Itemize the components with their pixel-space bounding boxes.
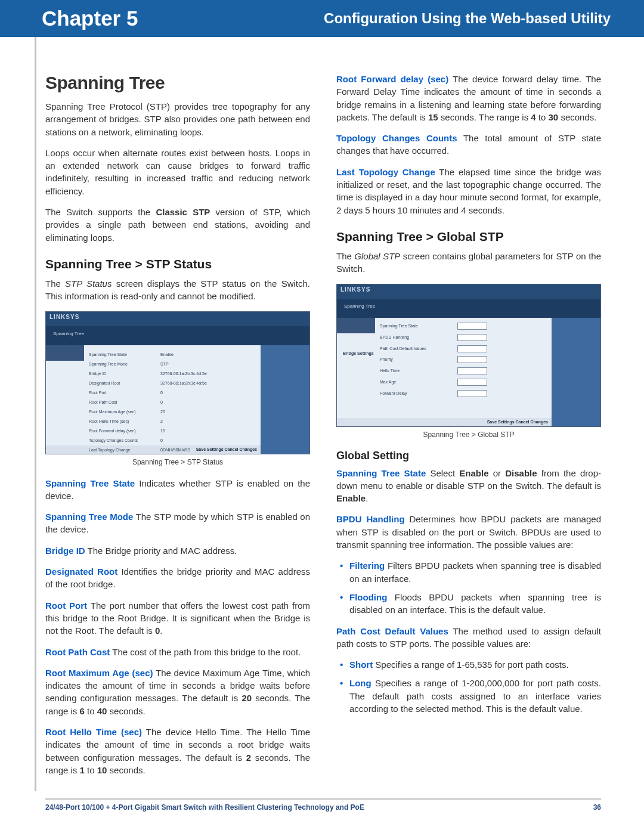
para: Loops occur when alternate routes exist … [45, 147, 310, 197]
content: Spanning Tree Spanning Tree Protocol (ST… [0, 37, 644, 785]
field: Path Cost Default Values [380, 345, 544, 352]
figure-global-stp: LINKSYS Spanning Tree Spanning Tree Stat… [336, 284, 601, 427]
term: BPDU Handling [336, 514, 405, 524]
term: Spanning Tree State [45, 478, 135, 488]
bridge-settings-label: Bridge Settings [343, 351, 374, 355]
figure-caption: Spanning Tree > STP Status [45, 458, 310, 466]
right-column: Root Forward delay (sec) The device forw… [336, 73, 601, 785]
para: The Switch supports the Classic STP vers… [45, 206, 310, 244]
list-item: Filtering Filters BPDU packets when span… [349, 559, 601, 585]
para: The Global STP screen contains global pa… [336, 250, 601, 275]
subnav [46, 345, 84, 361]
product-name: 24/48-Port 10/100 + 4-Port Gigabit Smart… [45, 803, 364, 812]
term: Path Cost Default Values [336, 626, 448, 636]
table-row: Root Maximum Age (sec)20 [89, 410, 253, 414]
heading-spanning-tree: Spanning Tree [45, 73, 310, 93]
def: Bridge ID The Bridge priority and MAC ad… [45, 544, 310, 557]
table-row: Topology Changes Counts0 [89, 438, 253, 442]
page: Chapter 5 Configuration Using the Web-ba… [0, 0, 644, 833]
page-number: 36 [593, 803, 601, 812]
help-pane [552, 318, 600, 426]
def: Root Port The port number that offers th… [45, 599, 310, 637]
term: Topology Changes Counts [336, 133, 457, 143]
table-row: Designated Root32768-00:1a:2b:3c:4d:5e [89, 381, 253, 385]
term: Bridge ID [45, 546, 85, 556]
table-row: Root Forward delay (sec)15 [89, 429, 253, 433]
field: Spanning Tree State [380, 323, 544, 330]
dropdown-icon [457, 323, 487, 330]
term: Designated Root [45, 566, 117, 577]
pathcost-values-list: Short Specifies a range of 1-65,535 for … [336, 658, 601, 715]
term: Root Maximum Age (sec) [45, 668, 153, 678]
list-item: Flooding Floods BPDU packets when spanni… [349, 591, 601, 617]
table-row: Spanning Tree ModeSTP [89, 362, 253, 366]
para: The STP Status screen displays the STP s… [45, 277, 310, 303]
left-column: Spanning Tree Spanning Tree Protocol (ST… [45, 73, 310, 785]
save-cancel-buttons: Save Settings Cancel Changes [487, 420, 548, 424]
def: BPDU Handling Determines how BPDU packet… [336, 513, 601, 551]
heading-stp-status: Spanning Tree > STP Status [45, 257, 310, 271]
def: Root Forward delay (sec) The device forw… [336, 73, 601, 123]
figure-caption: Spanning Tree > Global STP [336, 431, 601, 439]
chapter-title: Configuration Using the Web-based Utilit… [324, 10, 611, 27]
def: Designated Root Identifies the bridge pr… [45, 565, 310, 591]
def: Spanning Tree State Select Enable or Dis… [336, 467, 601, 505]
term: Root Path Cost [45, 647, 110, 657]
table-row: Spanning Tree StateEnable [89, 352, 253, 357]
dropdown-icon [457, 345, 487, 352]
chapter-banner: Chapter 5 Configuration Using the Web-ba… [0, 0, 644, 37]
dropdown-icon [457, 334, 487, 341]
logo: LINKSYS [340, 286, 370, 293]
field: BPDU Handling [380, 334, 544, 341]
table-row: Root Port0 [89, 391, 253, 395]
side-rule [35, 37, 36, 791]
def: Root Maximum Age (sec) The device Maximu… [45, 667, 310, 717]
status-rows: Spanning Tree StateEnable Spanning Tree … [89, 352, 253, 457]
subnav [337, 318, 375, 333]
bpdu-values-list: Filtering Filters BPDU packets when span… [336, 559, 601, 616]
heading-global-stp: Spanning Tree > Global STP [336, 230, 601, 244]
chapter-number: Chapter 5 [42, 7, 138, 30]
global-fields: Spanning Tree State BPDU Handling Path C… [380, 323, 544, 357]
def: Topology Changes Counts The total amount… [336, 132, 601, 157]
def: Last Topology Change The elapsed time si… [336, 166, 601, 216]
logo: LINKSYS [49, 314, 79, 320]
list-item: Short Specifies a range of 1-65,535 for … [349, 658, 601, 671]
term: Spanning Tree State [336, 468, 426, 478]
nav-tab: Spanning Tree [51, 330, 86, 344]
def: Path Cost Default Values The method used… [336, 625, 601, 651]
def: Root Hello Time (sec) The device Hello T… [45, 726, 310, 776]
bridge-settings-group: Priority Hello Time Max Age Forward Dela… [380, 356, 544, 401]
table-row: Bridge ID32768-00:1a:2b:3c:4d:5e [89, 371, 253, 376]
para: Spanning Tree Protocol (STP) provides tr… [45, 100, 310, 138]
save-cancel-buttons: Save Settings Cancel Changes [196, 447, 257, 451]
term: Root Hello Time (sec) [45, 727, 142, 737]
field: Priority [380, 356, 544, 363]
table-row: Root Hello Time (sec)2 [89, 419, 253, 423]
figure-stp-status: LINKSYS Spanning Tree Spanning Tree Stat… [45, 311, 310, 454]
term: Root Forward delay (sec) [336, 74, 448, 84]
list-item: Long Specifies a range of 1-200,000,000 … [349, 677, 601, 715]
screenshot-stp-status: LINKSYS Spanning Tree Spanning Tree Stat… [45, 311, 310, 454]
field: Hello Time [380, 367, 544, 374]
page-footer: 24/48-Port 10/100 + 4-Port Gigabit Smart… [45, 798, 601, 812]
def: Spanning Tree State Indicates whether ST… [45, 477, 310, 503]
screenshot-global-stp: LINKSYS Spanning Tree Spanning Tree Stat… [336, 284, 601, 427]
heading-global-setting: Global Setting [336, 450, 601, 462]
def: Root Path Cost The cost of the path from… [45, 646, 310, 658]
help-pane [261, 345, 309, 454]
term: Last Topology Change [336, 167, 435, 177]
term: Root Port [45, 600, 87, 611]
nav-tab: Spanning Tree [342, 302, 377, 317]
field: Forward Delay [380, 390, 544, 397]
table-row: Root Path Cost0 [89, 400, 253, 404]
term: Spanning Tree Mode [45, 512, 133, 522]
field: Max Age [380, 379, 544, 386]
def: Spanning Tree Mode The STP mode by which… [45, 510, 310, 536]
